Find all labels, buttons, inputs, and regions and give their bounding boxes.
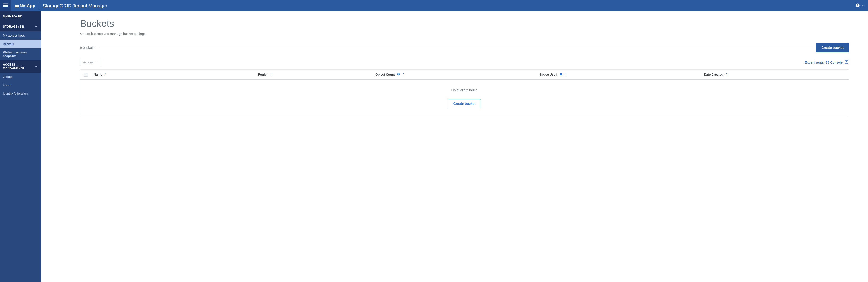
- sort-icon: [402, 73, 405, 76]
- help-icon: ?: [856, 3, 860, 9]
- sidebar-section-storage[interactable]: STORAGE (S3): [0, 22, 41, 31]
- svg-text:?: ?: [857, 4, 859, 6]
- sidebar-item-label: Groups: [3, 75, 13, 78]
- column-header-space-used[interactable]: Space Used ?: [540, 73, 704, 77]
- brand-text: NetApp: [20, 3, 35, 8]
- sidebar-item-label: My access keys: [3, 34, 25, 37]
- actions-dropdown-button[interactable]: Actions: [80, 59, 100, 66]
- sidebar-item-label: Platform services endpoints: [3, 50, 38, 58]
- svg-rect-1: [3, 5, 8, 5]
- chevron-down-icon: [861, 3, 864, 8]
- page-title: Buckets: [80, 18, 849, 29]
- sidebar-section-access[interactable]: ACCESS MANAGEMENT: [0, 60, 41, 73]
- column-header-date-created[interactable]: Date Created: [704, 73, 845, 76]
- chevron-up-icon: [34, 64, 38, 68]
- hamburger-icon: [3, 3, 8, 9]
- brand: NetApp: [11, 2, 39, 9]
- table-toolbar: Actions Experimental S3 Console: [80, 59, 849, 66]
- table-header-row: Name Region Object Count ?: [80, 70, 848, 80]
- create-bucket-empty-button[interactable]: Create bucket: [448, 99, 481, 108]
- sort-icon: [565, 73, 567, 76]
- s3-console-link[interactable]: Experimental S3 Console: [805, 60, 849, 65]
- column-label: Name: [94, 73, 102, 76]
- chevron-down-icon: [95, 61, 97, 64]
- help-icon[interactable]: ?: [559, 73, 563, 77]
- column-header-object-count[interactable]: Object Count ?: [375, 73, 540, 77]
- sidebar-item-label: Identity federation: [3, 92, 28, 95]
- svg-rect-2: [3, 6, 8, 7]
- bucket-count-row: 0 buckets Create bucket: [80, 43, 849, 52]
- sort-icon: [271, 73, 273, 76]
- help-icon[interactable]: ?: [397, 73, 400, 77]
- column-header-name[interactable]: Name: [94, 73, 258, 76]
- sidebar-item-label: Users: [3, 83, 11, 87]
- column-label: Object Count: [375, 73, 395, 76]
- column-header-region[interactable]: Region: [258, 73, 375, 76]
- sidebar-item-groups[interactable]: Groups: [0, 73, 41, 81]
- svg-text:?: ?: [398, 73, 399, 75]
- actions-label: Actions: [83, 61, 93, 64]
- sort-icon: [104, 73, 106, 76]
- external-link-icon: [844, 60, 849, 65]
- page-subtitle: Create buckets and manage bucket setting…: [80, 32, 849, 36]
- top-bar: NetApp StorageGRID Tenant Manager ?: [0, 0, 868, 11]
- sidebar-item-identity-federation[interactable]: Identity federation: [0, 89, 41, 98]
- sidebar-item-users[interactable]: Users: [0, 81, 41, 89]
- create-bucket-button[interactable]: Create bucket: [816, 43, 849, 52]
- chevron-up-icon: [34, 25, 38, 29]
- sidebar-item-access-keys[interactable]: My access keys: [0, 31, 41, 40]
- sidebar-section-label: STORAGE (S3): [3, 25, 24, 28]
- buckets-table: Name Region Object Count ?: [80, 69, 849, 115]
- app-title: StorageGRID Tenant Manager: [43, 3, 107, 9]
- s3-console-label: Experimental S3 Console: [805, 61, 843, 64]
- sidebar-item-label: Buckets: [3, 42, 14, 46]
- sidebar-item-dashboard[interactable]: DASHBOARD: [0, 11, 41, 22]
- bucket-count-label: 0 buckets: [80, 46, 94, 49]
- column-label: Date Created: [704, 73, 723, 76]
- sidebar-section-label: ACCESS MANAGEMENT: [3, 63, 34, 70]
- column-label: Region: [258, 73, 269, 76]
- table-empty-state: No buckets found Create bucket: [80, 80, 848, 115]
- checkbox-icon: [84, 73, 88, 77]
- column-label: Space Used: [540, 73, 557, 76]
- help-menu[interactable]: ?: [856, 3, 868, 9]
- hamburger-menu-button[interactable]: [0, 0, 11, 11]
- empty-message: No buckets found: [84, 88, 845, 92]
- svg-rect-0: [3, 3, 8, 4]
- sidebar: DASHBOARD STORAGE (S3) My access keys Bu…: [0, 11, 41, 282]
- sidebar-item-platform-endpoints[interactable]: Platform services endpoints: [0, 48, 41, 60]
- netapp-logo-icon: [15, 3, 19, 8]
- sort-icon: [725, 73, 728, 76]
- select-all-cell[interactable]: [84, 73, 94, 77]
- sidebar-item-buckets[interactable]: Buckets: [0, 40, 41, 48]
- main-content: Buckets Create buckets and manage bucket…: [41, 11, 868, 282]
- svg-text:?: ?: [560, 73, 561, 75]
